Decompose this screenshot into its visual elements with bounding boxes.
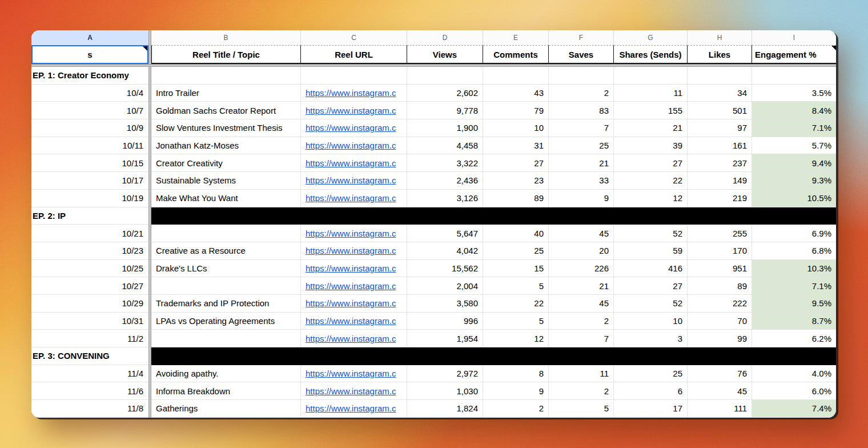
header-cell-url[interactable]: Reel URL — [301, 45, 407, 64]
column-header-g[interactable]: G — [614, 30, 688, 45]
comments-cell[interactable]: 22 — [483, 295, 549, 313]
date-cell[interactable]: 10/7 — [31, 102, 148, 119]
url-cell[interactable]: https://www.instagram.c — [301, 172, 407, 190]
comments-cell[interactable]: 2 — [483, 400, 549, 418]
saves-cell[interactable]: 226 — [549, 260, 614, 278]
engagement-cell[interactable]: 8.7% — [752, 313, 836, 330]
header-cell-title[interactable]: Reel Title / Topic — [151, 45, 301, 64]
frozen-row-divider[interactable] — [31, 64, 836, 67]
shares-cell[interactable]: 52 — [614, 295, 688, 313]
date-cell[interactable]: 10/29 — [31, 295, 148, 313]
section-label-cell[interactable]: EP. 3: CONVENING — [31, 347, 148, 365]
empty-cell[interactable] — [614, 67, 688, 85]
column-header-b[interactable]: B — [151, 30, 301, 45]
engagement-cell[interactable]: 3.5% — [752, 85, 836, 102]
shares-cell[interactable]: 39 — [614, 137, 688, 155]
likes-cell[interactable]: 170 — [688, 242, 752, 260]
header-cell-views[interactable]: Views — [407, 45, 483, 64]
saves-cell[interactable]: 2 — [549, 85, 614, 102]
likes-cell[interactable]: 99 — [688, 330, 752, 347]
column-header-c[interactable]: C — [301, 30, 407, 45]
saves-cell[interactable]: 83 — [549, 102, 614, 119]
saves-cell[interactable]: 45 — [549, 295, 614, 313]
likes-cell[interactable]: 34 — [688, 85, 752, 102]
shares-cell[interactable]: 17 — [614, 400, 688, 418]
engagement-cell[interactable]: 4.0% — [752, 365, 836, 383]
saves-cell[interactable]: 2 — [549, 313, 614, 330]
views-cell[interactable]: 9,778 — [407, 102, 483, 119]
likes-cell[interactable]: 97 — [688, 119, 752, 137]
shares-cell[interactable]: 21 — [614, 119, 688, 137]
title-cell[interactable]: Creator Creativity — [151, 154, 301, 172]
engagement-cell[interactable]: 6.9% — [752, 225, 836, 242]
date-cell[interactable]: 11/8 — [31, 400, 148, 418]
title-cell[interactable] — [151, 330, 301, 347]
title-cell[interactable]: Slow Ventures Investment Thesis — [151, 119, 301, 137]
title-cell[interactable]: Drake's LLCs — [151, 260, 301, 278]
section-divider-bar[interactable] — [151, 347, 836, 365]
shares-cell[interactable]: 25 — [614, 365, 688, 383]
shares-cell[interactable]: 22 — [614, 172, 688, 190]
comments-cell[interactable]: 5 — [483, 277, 549, 295]
header-cell-shares[interactable]: Shares (Sends) — [614, 45, 688, 64]
likes-cell[interactable]: 222 — [688, 295, 752, 313]
engagement-cell[interactable]: 10.3% — [752, 260, 836, 278]
title-cell[interactable]: Goldman Sachs Creator Report — [151, 102, 301, 119]
date-cell[interactable]: 10/11 — [31, 137, 148, 155]
engagement-cell[interactable]: 8.4% — [752, 102, 836, 119]
section-label-cell[interactable]: EP. 1: Creator Economy — [31, 67, 148, 85]
header-cell-saves[interactable]: Saves — [549, 45, 614, 64]
comments-cell[interactable]: 12 — [483, 330, 549, 347]
url-cell[interactable]: https://www.instagram.c — [301, 242, 407, 260]
empty-cell[interactable] — [688, 67, 752, 85]
views-cell[interactable]: 3,126 — [407, 190, 483, 207]
column-header-a[interactable]: A — [31, 30, 148, 45]
column-header-h[interactable]: H — [688, 30, 752, 45]
url-cell[interactable]: https://www.instagram.c — [301, 260, 407, 278]
url-cell[interactable]: https://www.instagram.c — [301, 277, 407, 295]
engagement-cell[interactable]: 7.4% — [752, 400, 836, 418]
comments-cell[interactable]: 9 — [483, 382, 549, 400]
saves-cell[interactable]: 9 — [549, 190, 614, 207]
column-header-d[interactable]: D — [407, 30, 483, 45]
comments-cell[interactable]: 27 — [483, 154, 549, 172]
date-cell[interactable]: 10/31 — [31, 313, 148, 330]
comments-cell[interactable]: 79 — [483, 102, 549, 119]
shares-cell[interactable]: 52 — [614, 225, 688, 242]
url-cell[interactable]: https://www.instagram.c — [301, 154, 407, 172]
saves-cell[interactable]: 21 — [549, 277, 614, 295]
views-cell[interactable]: 2,436 — [407, 172, 483, 190]
shares-cell[interactable]: 12 — [614, 190, 688, 207]
engagement-cell[interactable]: 6.8% — [752, 242, 836, 260]
engagement-cell[interactable]: 10.5% — [752, 190, 836, 207]
date-cell[interactable]: 10/17 — [31, 172, 148, 190]
comments-cell[interactable]: 31 — [483, 137, 549, 155]
empty-cell[interactable] — [549, 67, 614, 85]
shares-cell[interactable]: 155 — [614, 102, 688, 119]
url-cell[interactable]: https://www.instagram.c — [301, 225, 407, 242]
shares-cell[interactable]: 27 — [614, 154, 688, 172]
saves-cell[interactable]: 45 — [549, 225, 614, 242]
shares-cell[interactable]: 59 — [614, 242, 688, 260]
views-cell[interactable]: 3,322 — [407, 154, 483, 172]
date-cell[interactable]: 10/23 — [31, 242, 148, 260]
engagement-cell[interactable]: 9.3% — [752, 172, 836, 190]
date-cell[interactable]: 10/19 — [31, 190, 148, 207]
shares-cell[interactable]: 27 — [614, 277, 688, 295]
likes-cell[interactable]: 111 — [688, 400, 752, 418]
views-cell[interactable]: 1,954 — [407, 330, 483, 347]
views-cell[interactable]: 3,580 — [407, 295, 483, 313]
views-cell[interactable]: 1,030 — [407, 382, 483, 400]
saves-cell[interactable]: 7 — [549, 330, 614, 347]
shares-cell[interactable]: 6 — [614, 382, 688, 400]
title-cell[interactable]: Jonathan Katz-Moses — [151, 137, 301, 155]
url-cell[interactable]: https://www.instagram.c — [301, 400, 407, 418]
comments-cell[interactable]: 25 — [483, 242, 549, 260]
url-cell[interactable]: https://www.instagram.c — [301, 102, 407, 119]
date-cell[interactable]: 11/6 — [31, 382, 148, 400]
empty-cell[interactable] — [301, 67, 407, 85]
title-cell[interactable]: LPAs vs Operating Agreements — [151, 313, 301, 330]
title-cell[interactable]: Sustainable Systems — [151, 172, 301, 190]
date-cell[interactable]: 10/15 — [31, 154, 148, 172]
header-cell-comments[interactable]: Comments — [483, 45, 549, 64]
